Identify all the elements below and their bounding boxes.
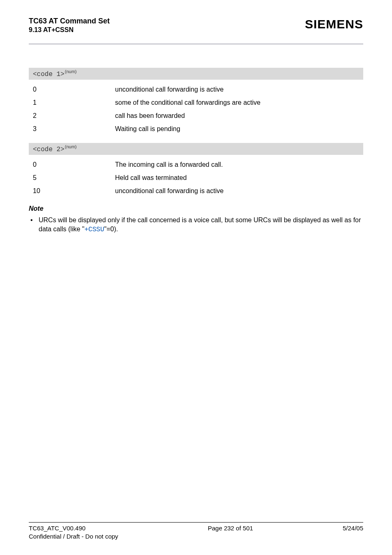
note-item: URCs will be displayed only if the call … bbox=[29, 216, 363, 234]
param-block-code1: <code 1>(num) 0 unconditional call forwa… bbox=[29, 68, 363, 136]
param-desc: unconditional call forwarding is active bbox=[115, 85, 363, 94]
param-sup: (num) bbox=[65, 69, 77, 74]
footer-confidential: Confidential / Draft - Do not copy bbox=[29, 532, 118, 541]
param-key: 1 bbox=[33, 98, 115, 108]
table-row: 3 Waiting call is pending bbox=[29, 122, 363, 136]
note-heading: Note bbox=[29, 205, 363, 212]
footer-row: TC63_ATC_V00.490 Confidential / Draft - … bbox=[29, 524, 363, 540]
param-header-code2: <code 2>(num) bbox=[29, 143, 363, 155]
param-key: 0 bbox=[33, 85, 115, 94]
doc-title: TC63 AT Command Set bbox=[29, 16, 110, 26]
note-list: URCs will be displayed only if the call … bbox=[29, 216, 363, 234]
footer-version: TC63_ATC_V00.490 bbox=[29, 524, 118, 532]
param-desc: unconditional call forwarding is active bbox=[115, 186, 363, 196]
header: TC63 AT Command Set 9.13 AT+CSSN SIEMENS bbox=[29, 16, 363, 41]
param-desc: call has been forwarded bbox=[115, 111, 363, 121]
param-desc: some of the conditional call forwardings… bbox=[115, 98, 363, 108]
param-desc: Waiting call is pending bbox=[115, 124, 363, 134]
brand-logo: SIEMENS bbox=[305, 17, 363, 31]
footer: TC63_ATC_V00.490 Confidential / Draft - … bbox=[29, 522, 363, 540]
param-header-code1: <code 1>(num) bbox=[29, 68, 363, 80]
param-table-code2: 0 The incoming call is a forwarded call.… bbox=[29, 158, 363, 198]
table-row: 5 Held call was terminated bbox=[29, 171, 363, 184]
content: <code 1>(num) 0 unconditional call forwa… bbox=[29, 45, 363, 235]
param-key: 3 bbox=[33, 124, 115, 134]
table-row: 10 unconditional call forwarding is acti… bbox=[29, 184, 363, 198]
footer-left: TC63_ATC_V00.490 Confidential / Draft - … bbox=[29, 524, 118, 540]
table-row: 2 call has been forwarded bbox=[29, 109, 363, 122]
table-row: 1 some of the conditional call forwardin… bbox=[29, 96, 363, 109]
note-text-post: "=0). bbox=[104, 226, 118, 233]
footer-rule bbox=[29, 522, 363, 523]
cssu-link[interactable]: +CSSU bbox=[85, 226, 104, 233]
footer-date: 5/24/05 bbox=[343, 524, 363, 540]
param-key: 2 bbox=[33, 111, 115, 121]
param-sup: (num) bbox=[65, 144, 77, 149]
table-row: 0 unconditional call forwarding is activ… bbox=[29, 83, 363, 96]
param-desc: The incoming call is a forwarded call. bbox=[115, 160, 363, 170]
page: TC63 AT Command Set 9.13 AT+CSSN SIEMENS… bbox=[0, 0, 392, 555]
param-key: 0 bbox=[33, 160, 115, 170]
param-block-code2: <code 2>(num) 0 The incoming call is a f… bbox=[29, 143, 363, 198]
doc-section: 9.13 AT+CSSN bbox=[29, 26, 110, 34]
param-key: 5 bbox=[33, 173, 115, 183]
param-table-code1: 0 unconditional call forwarding is activ… bbox=[29, 83, 363, 136]
param-key: 10 bbox=[33, 186, 115, 196]
footer-page: Page 232 of 501 bbox=[208, 524, 253, 540]
table-row: 0 The incoming call is a forwarded call. bbox=[29, 158, 363, 171]
param-desc: Held call was terminated bbox=[115, 173, 363, 183]
param-name: <code 1> bbox=[33, 71, 65, 78]
param-name: <code 2> bbox=[33, 146, 65, 153]
header-left: TC63 AT Command Set 9.13 AT+CSSN bbox=[29, 16, 110, 34]
